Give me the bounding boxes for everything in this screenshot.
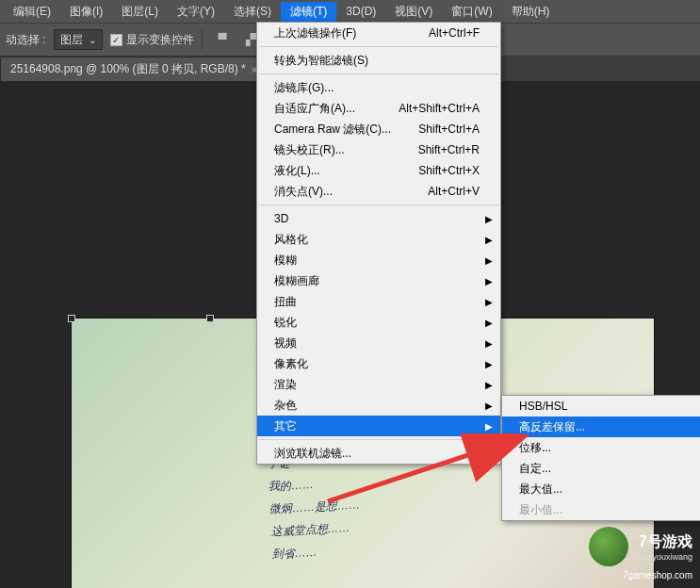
other-submenu-dropdown: HSB/HSL 高反差保留... 位移... 自定... 最大值... 最小值.… [501, 395, 700, 521]
menu-item-adaptive-wide-angle[interactable]: 自适应广角(A)... Alt+Shift+Ctrl+A [257, 98, 500, 119]
auto-select-target-dropdown[interactable]: 图层 ⌄ [54, 29, 103, 50]
submenu-arrow-icon: ▶ [485, 318, 493, 328]
menu-separator [259, 204, 498, 205]
application-menubar: 编辑(E) 图像(I) 图层(L) 文字(Y) 选择(S) 滤镜(T) 3D(D… [0, 0, 700, 23]
menu-item-noise[interactable]: 杂色▶ [257, 395, 500, 416]
submenu-arrow-icon: ▶ [485, 255, 493, 266]
menu-item-convert-smart-filter[interactable]: 转换为智能滤镜(S) [257, 50, 500, 71]
menu-item-other[interactable]: 其它▶ [257, 416, 500, 436]
transform-handle-n[interactable] [206, 315, 214, 322]
submenu-arrow-icon: ▶ [485, 235, 493, 245]
document-tab-title: 25164908.png @ 100% (图层 0 拷贝, RGB/8) * [10, 61, 246, 77]
checkbox-checked-icon: ✓ [110, 34, 122, 46]
filter-menu-dropdown: 上次滤镜操作(F) Alt+Ctrl+F 转换为智能滤镜(S) 滤镜库(G)..… [256, 22, 501, 465]
menu-item-blur-gallery[interactable]: 模糊画廊▶ [257, 270, 500, 291]
shortcut-label: Alt+Ctrl+V [409, 185, 480, 198]
submenu-arrow-icon: ▶ [485, 276, 493, 286]
chevron-down-icon: ⌄ [89, 35, 96, 45]
submenu-arrow-icon: ▶ [485, 297, 493, 307]
auto-select-value: 图层 [60, 32, 83, 48]
submenu-item-maximum[interactable]: 最大值... [502, 479, 700, 499]
menu-item-last-filter[interactable]: 上次滤镜操作(F) Alt+Ctrl+F [257, 23, 500, 43]
submenu-item-offset[interactable]: 位移... [502, 437, 700, 458]
menu-item-stylize[interactable]: 风格化▶ [257, 229, 500, 250]
submenu-arrow-icon: ▶ [485, 338, 493, 349]
menu-item-camera-raw[interactable]: Camera Raw 滤镜(C)... Shift+Ctrl+A [257, 119, 500, 139]
menu-item-render[interactable]: 渲染▶ [257, 374, 500, 395]
menu-item-3d[interactable]: 3D▶ [257, 208, 500, 229]
menu-type[interactable]: 文字(Y) [168, 2, 224, 22]
show-transform-controls-checkbox[interactable]: ✓ 显示变换控件 [110, 32, 194, 48]
menu-separator [259, 46, 498, 47]
shortcut-label: Alt+Ctrl+F [410, 26, 480, 40]
menu-item-blur[interactable]: 模糊▶ [257, 250, 500, 270]
menu-edit[interactable]: 编辑(E) [4, 2, 60, 22]
menu-image[interactable]: 图像(I) [60, 2, 112, 22]
menu-item-lens-correction[interactable]: 镜头校正(R)... Shift+Ctrl+R [257, 139, 500, 160]
submenu-item-minimum: 最小值... [502, 499, 700, 520]
submenu-arrow-icon: ▶ [485, 359, 493, 369]
shortcut-label: Shift+Ctrl+A [399, 122, 480, 136]
align-icon: ▝▘ [214, 33, 231, 46]
submenu-arrow-icon: ▶ [485, 400, 493, 411]
menu-item-vanishing-point[interactable]: 消失点(V)... Alt+Ctrl+V [257, 181, 500, 202]
menu-item-pixelate[interactable]: 像素化▶ [257, 353, 500, 374]
menu-layer[interactable]: 图层(L) [112, 2, 168, 22]
menu-item-liquify[interactable]: 液化(L)... Shift+Ctrl+X [257, 160, 500, 181]
submenu-item-high-pass[interactable]: 高反差保留... [502, 416, 700, 437]
submenu-item-hsb-hsl[interactable]: HSB/HSL [502, 396, 700, 416]
menu-separator [259, 74, 498, 74]
shortcut-label: Shift+Ctrl+R [399, 143, 480, 156]
document-tab[interactable]: 25164908.png @ 100% (图层 0 拷贝, RGB/8) * × [0, 57, 268, 81]
submenu-arrow-icon: ▶ [485, 421, 493, 432]
menu-item-browse-online-filters[interactable]: 浏览联机滤镜... [257, 443, 500, 464]
menu-filter[interactable]: 滤镜(T) [281, 2, 336, 22]
shortcut-label: Shift+Ctrl+X [399, 164, 480, 177]
menu-view[interactable]: 视图(V) [385, 2, 442, 22]
shortcut-label: Alt+Shift+Ctrl+A [380, 102, 480, 115]
show-transform-controls-label: 显示变换控件 [126, 32, 194, 48]
menu-item-video[interactable]: 视频▶ [257, 333, 500, 353]
menu-separator [259, 439, 498, 440]
separator [202, 29, 203, 50]
menu-item-sharpen[interactable]: 锐化▶ [257, 312, 500, 333]
submenu-item-custom[interactable]: 自定... [502, 458, 700, 479]
auto-select-label: 动选择 : [6, 32, 46, 48]
menu-help[interactable]: 帮助(H) [502, 2, 560, 22]
menu-item-distort[interactable]: 扭曲▶ [257, 291, 500, 312]
menu-window[interactable]: 窗口(W) [442, 2, 501, 22]
submenu-arrow-icon: ▶ [485, 380, 493, 390]
menu-select[interactable]: 选择(S) [224, 2, 281, 22]
transform-handle-nw[interactable] [68, 315, 75, 322]
align-top-edges-button[interactable]: ▝▘ [210, 29, 235, 50]
menu-3d[interactable]: 3D(D) [336, 3, 385, 20]
submenu-arrow-icon: ▶ [485, 214, 493, 224]
menu-item-filter-gallery[interactable]: 滤镜库(G)... [257, 77, 500, 98]
